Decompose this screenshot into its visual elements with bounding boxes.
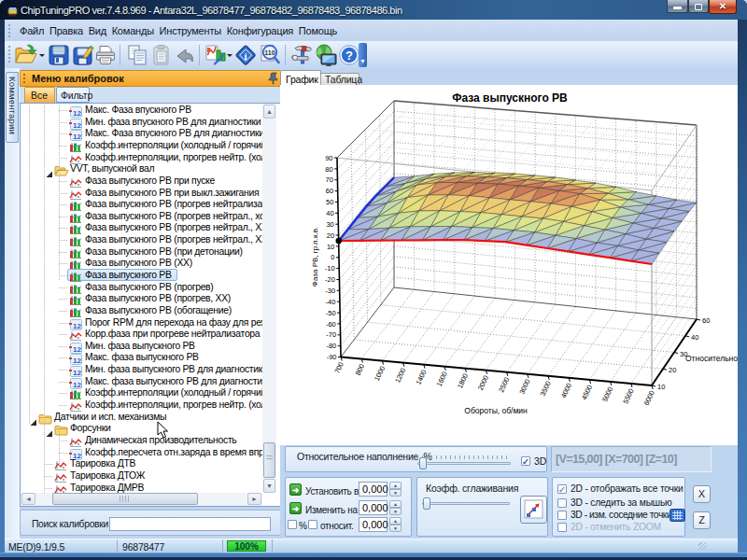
svg-text:90: 90 (325, 154, 332, 162)
svg-text:i: i (244, 50, 247, 62)
svg-text:Обороты, об/мин: Обороты, об/мин (464, 406, 528, 415)
svg-text:50: 50 (326, 198, 333, 206)
svg-text:10: 10 (327, 243, 334, 251)
svg-text:-30: -30 (325, 287, 335, 295)
svg-text:0: 0 (331, 253, 334, 261)
svg-text:-20: -20 (325, 275, 335, 284)
svg-text:60: 60 (702, 316, 710, 325)
svg-text:-50: -50 (326, 309, 336, 317)
svg-text:Фаза выпускного РВ: Фаза выпускного РВ (452, 91, 568, 105)
svg-text:40: 40 (326, 209, 333, 217)
svg-text:-90: -90 (327, 353, 337, 361)
svg-text:-70: -70 (326, 330, 336, 339)
svg-text:-10: -10 (325, 264, 335, 273)
svg-text:70: 70 (326, 175, 333, 184)
svg-text:20: 20 (327, 231, 334, 240)
svg-text:60: 60 (326, 187, 333, 195)
svg-text:10: 10 (657, 383, 665, 391)
svg-text:-80: -80 (326, 342, 336, 350)
svg-text:?: ? (345, 49, 353, 63)
svg-text:110: 110 (264, 49, 275, 56)
svg-text:80: 80 (325, 165, 332, 174)
svg-text:40: 40 (691, 333, 698, 342)
svg-text:Относительное н: Относительное н (685, 354, 738, 363)
svg-text:30: 30 (326, 220, 333, 229)
svg-text:Фаза РВ, гр.п.к.в.: Фаза РВ, гр.п.к.в. (311, 227, 319, 287)
svg-text:-60: -60 (326, 320, 336, 329)
svg-text:-40: -40 (326, 298, 336, 306)
svg-text:20: 20 (669, 366, 676, 374)
